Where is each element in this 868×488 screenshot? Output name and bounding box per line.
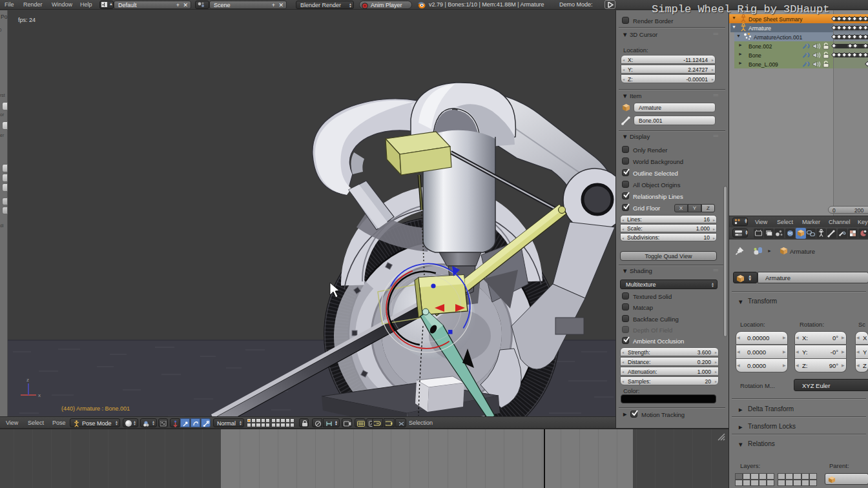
svg-text:z: z — [26, 377, 29, 383]
svg-text:x: x — [38, 392, 41, 398]
